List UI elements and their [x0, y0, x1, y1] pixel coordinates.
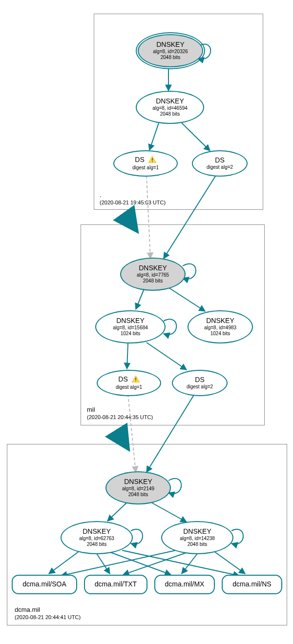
node-title: DNSKEY [156, 98, 184, 105]
node-title: dcma.mil/MX [165, 581, 205, 588]
node-line: alg=8, id=62763 [79, 536, 114, 542]
node-line: alg=8, id=2149 [122, 486, 154, 492]
node-mil-zsk2: DNSKEY alg=8, id=4983 1024 bits [188, 310, 253, 343]
node-line: 2048 bits [161, 55, 181, 60]
node-root-ds1: DS digest alg=1 [113, 150, 178, 177]
zone-dcma-timestamp: (2020-08-21 20:44:41 UTC) [15, 614, 81, 620]
node-title: DNSKEY [206, 317, 234, 324]
node-line: 2048 bits [87, 542, 107, 547]
node-title: DNSKEY [124, 478, 152, 485]
node-line: 1024 bits [121, 331, 141, 337]
node-title: DNSKEY [83, 528, 111, 535]
node-title: DNSKEY [116, 317, 145, 324]
zone-root-label: . (2020-08-21 19:45:03 UTC) [100, 191, 166, 206]
warning-icon [148, 156, 156, 164]
node-rr-txt: dcma.mil/TXT [84, 575, 147, 594]
node-rr-mx: dcma.mil/MX [154, 575, 215, 594]
node-title: DNSKEY [183, 528, 211, 535]
node-line: 1024 bits [210, 331, 230, 337]
node-title: dcma.mil/TXT [95, 581, 137, 588]
node-mil-ds1: DS digest alg=1 [97, 370, 161, 396]
svg-rect-2 [135, 378, 136, 380]
node-mil-ksk: DNSKEY alg=8, id=7765 2048 bits [120, 258, 186, 291]
zone-root-name: . [100, 191, 102, 199]
node-title: dcma.mil/NS [232, 581, 271, 588]
node-line: 2048 bits [160, 111, 180, 117]
node-line: alg=8, id=4983 [204, 325, 236, 331]
node-line: digest alg=2 [187, 384, 213, 390]
node-mil-ds2: DS digest alg=2 [172, 370, 228, 396]
zone-mil-timestamp: (2020-08-21 20:44:35 UTC) [87, 414, 153, 420]
svg-rect-1 [152, 161, 152, 162]
zone-dcma-name: dcma.mil [15, 606, 40, 613]
node-line: 2048 bits [188, 542, 208, 547]
node-line: digest alg=2 [207, 164, 233, 170]
node-line: digest alg=1 [132, 165, 159, 171]
node-line: alg=8, id=46594 [152, 105, 188, 111]
svg-rect-3 [135, 381, 136, 382]
node-line: alg=8, id=7765 [137, 272, 169, 278]
node-line: digest alg=1 [116, 384, 142, 390]
node-root-zsk: DNSKEY alg=8, id=46594 2048 bits [136, 91, 204, 124]
node-title: DS [135, 156, 156, 164]
node-title: DNSKEY [156, 41, 185, 48]
node-line: alg=8, id=15684 [113, 325, 148, 331]
node-title: DNSKEY [139, 264, 167, 272]
node-dcma-zsk1: DNSKEY alg=8, id=62763 2048 bits [61, 521, 133, 554]
zone-dcma-label: dcma.mil (2020-08-21 20:44:41 UTC) [15, 606, 81, 621]
node-dcma-zsk2: DNSKEY alg=8, id=14238 2048 bits [161, 521, 233, 554]
node-title: DS [118, 376, 139, 384]
node-mil-zsk1: DNSKEY alg=8, id=15684 1024 bits [95, 310, 166, 343]
node-dcma-ksk: DNSKEY alg=8, id=2149 2048 bits [105, 471, 171, 504]
node-line: 2048 bits [128, 492, 148, 498]
zone-mil-label: mil (2020-08-21 20:44:35 UTC) [87, 406, 153, 421]
node-line: alg=8, id=14238 [180, 536, 215, 542]
node-title: DS [215, 157, 224, 164]
node-root-ds2: DS digest alg=2 [192, 150, 248, 177]
node-title: DS [195, 376, 204, 383]
node-rr-ns: dcma.mil/NS [222, 575, 282, 594]
node-line: 2048 bits [143, 278, 163, 284]
zone-root-timestamp: (2020-08-21 19:45:03 UTC) [100, 200, 166, 205]
node-title: dcma.mil/SOA [22, 581, 66, 588]
node-root-ksk: DNSKEY alg=8, id=20326 2048 bits [138, 34, 203, 67]
zone-mil-name: mil [87, 406, 95, 413]
svg-rect-0 [152, 158, 152, 161]
node-rr-soa: dcma.mil/SOA [12, 575, 77, 594]
zone-dcma-box [7, 444, 287, 625]
node-line: alg=8, id=20326 [153, 49, 188, 55]
warning-icon [132, 376, 140, 384]
